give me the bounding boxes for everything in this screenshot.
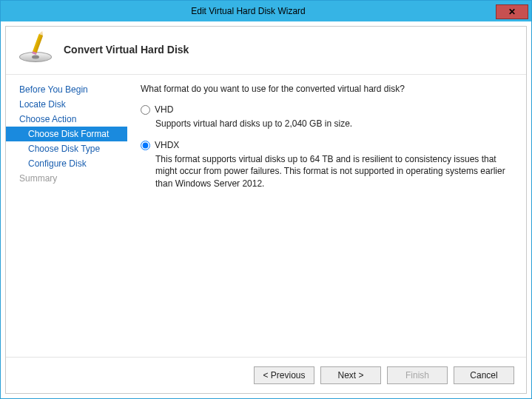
sidebar-step-locate-disk[interactable]: Locate Disk bbox=[6, 97, 127, 112]
page-title: Convert Virtual Hard Disk bbox=[64, 44, 189, 56]
format-options: VHDSupports virtual hard disks up to 2,0… bbox=[141, 104, 510, 190]
wizard-steps-sidebar: Before You BeginLocate DiskChoose Action… bbox=[6, 75, 127, 357]
radio-vhdx[interactable] bbox=[141, 141, 150, 150]
sidebar-step-choose-disk-format[interactable]: Choose Disk Format bbox=[6, 127, 127, 141]
option-description-vhdx: This format supports virtual disks up to… bbox=[155, 153, 510, 190]
format-question: What format do you want to use for the c… bbox=[141, 84, 510, 94]
cancel-button[interactable]: Cancel bbox=[454, 366, 514, 384]
close-icon: ✕ bbox=[508, 7, 516, 17]
wizard-body: Before You BeginLocate DiskChoose Action… bbox=[6, 75, 526, 357]
sidebar-step-before-you-begin[interactable]: Before You Begin bbox=[6, 82, 127, 97]
wizard-frame: Convert Virtual Hard Disk Before You Beg… bbox=[5, 26, 527, 394]
next-button[interactable]: Next > bbox=[320, 366, 381, 384]
sidebar-step-configure-disk[interactable]: Configure Disk bbox=[6, 156, 127, 171]
option-label-vhd[interactable]: VHD bbox=[155, 104, 173, 115]
previous-button[interactable]: < Previous bbox=[254, 366, 314, 384]
wizard-content: What format do you want to use for the c… bbox=[127, 75, 526, 357]
titlebar: Edit Virtual Hard Disk Wizard ✕ bbox=[1, 1, 531, 21]
close-button[interactable]: ✕ bbox=[496, 4, 528, 19]
option-row-vhdx: VHDX bbox=[141, 140, 510, 150]
wizard-header: Convert Virtual Hard Disk bbox=[6, 27, 526, 75]
disk-pencil-icon bbox=[19, 37, 53, 62]
sidebar-step-summary: Summary bbox=[6, 171, 127, 186]
option-label-vhdx[interactable]: VHDX bbox=[155, 140, 179, 150]
window-title: Edit Virtual Hard Disk Wizard bbox=[1, 6, 496, 16]
option-row-vhd: VHD bbox=[141, 104, 510, 115]
sidebar-step-choose-disk-type[interactable]: Choose Disk Type bbox=[6, 141, 127, 156]
button-bar: < Previous Next > Finish Cancel bbox=[6, 357, 526, 393]
finish-button[interactable]: Finish bbox=[387, 366, 448, 384]
radio-vhd[interactable] bbox=[141, 105, 150, 115]
sidebar-step-choose-action[interactable]: Choose Action bbox=[6, 112, 127, 127]
option-description-vhd: Supports virtual hard disks up to 2,040 … bbox=[155, 118, 510, 130]
wizard-window: Edit Virtual Hard Disk Wizard ✕ Convert … bbox=[0, 0, 532, 399]
